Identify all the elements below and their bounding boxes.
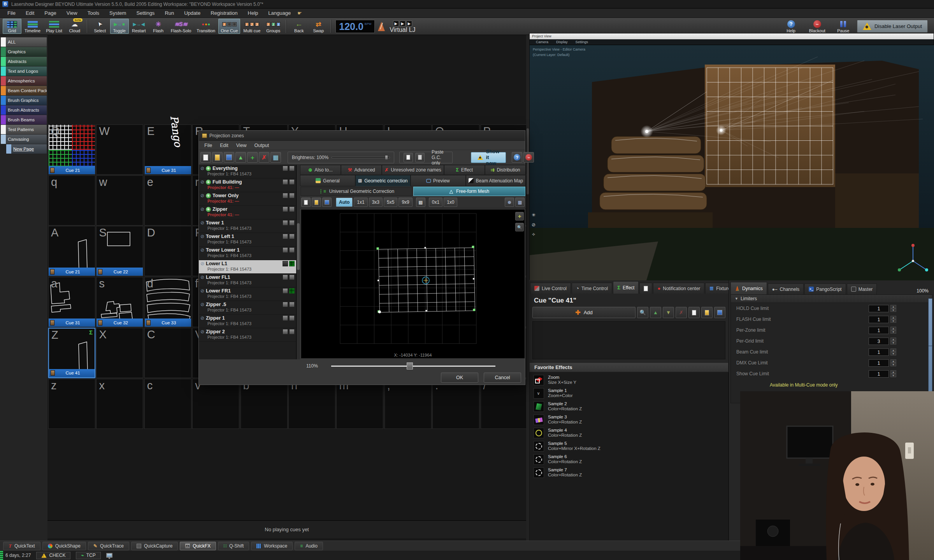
menu-view[interactable]: View xyxy=(61,9,83,18)
toolbar-button-blackout[interactable]: –Blackout xyxy=(807,19,828,34)
search-icon[interactable]: 🔍 xyxy=(637,307,648,318)
menu-registration[interactable]: Registration xyxy=(205,9,242,18)
zone-checkbox[interactable] xyxy=(289,193,295,198)
favorite-effect-sample-7[interactable]: Sample 7Color+Rotation Z xyxy=(530,466,728,479)
zone-item-tower-only[interactable]: ⊘+Tower OnlyProjector 41: — xyxy=(199,192,296,206)
favorite-effect-zoom[interactable]: ZoomSize X+Size Y xyxy=(530,373,728,387)
projector-icon[interactable]: ▲ xyxy=(235,152,246,163)
mesh-button-1x0[interactable]: 1x0 xyxy=(444,198,457,207)
cue-cell-n-5-5[interactable]: n xyxy=(288,379,335,429)
zone-list-scrollbar[interactable] xyxy=(297,165,300,359)
sidebar-item-test-patterns[interactable]: Test Patterns xyxy=(1,125,47,134)
cue-cell-s-3-1[interactable]: sCue 32 xyxy=(96,277,143,327)
quickbar-tab-audio[interactable]: ≡Audio xyxy=(295,542,323,550)
brightness-slider[interactable] xyxy=(332,157,390,158)
limiter-spinner-arrows[interactable]: ▲▼ xyxy=(890,316,896,323)
disable-laser-output-button[interactable]: ✱ Disable Laser Output xyxy=(857,20,928,33)
toolbar-button-multi-cue[interactable]: 123Multi cue xyxy=(241,19,263,34)
save-icon[interactable] xyxy=(224,152,234,163)
save-icon[interactable] xyxy=(322,198,332,207)
menu-language[interactable]: Language xyxy=(263,9,296,18)
toolbar-button-flash[interactable]: ✳Flash xyxy=(149,19,168,34)
cue-cell-d-2-2[interactable]: D xyxy=(144,226,191,276)
anchor-points-icon[interactable]: ✛ xyxy=(515,212,524,220)
mesh-grid[interactable] xyxy=(301,210,525,349)
cue-cell-b-5-4[interactable]: b xyxy=(241,379,288,429)
zone-item-zipper[interactable]: ⊘+ZipperProjector 41: — xyxy=(199,206,296,219)
cue-cell--5-7[interactable]: , xyxy=(384,379,432,429)
zone-checkbox[interactable] xyxy=(289,275,295,280)
toolbar-button-swap[interactable]: ⇄Swap xyxy=(309,19,328,34)
toolbar-button-transition[interactable]: ●●●Transition xyxy=(194,19,218,34)
zone-item-zipper-5[interactable]: ⊘Zipper .5Projector 1: FB4 15473 xyxy=(199,301,296,315)
zone-grid-settings-icon[interactable]: ▦ xyxy=(270,152,281,163)
move-up-icon[interactable]: ▲ xyxy=(650,307,661,318)
toolbar-button-select[interactable]: ➤Select xyxy=(91,19,109,34)
menu-update[interactable]: Update xyxy=(179,9,205,18)
cue-cell-x-4-1[interactable]: X xyxy=(96,328,143,378)
tab-geometric-correction[interactable]: ⊞Geometric correction xyxy=(355,175,411,186)
preview-menu-camera[interactable]: Camera xyxy=(533,39,551,45)
sidebar-item-atmospherics[interactable]: Atmospherics xyxy=(1,76,47,86)
zone-checkbox[interactable] xyxy=(283,288,288,294)
zone-checkbox[interactable] xyxy=(283,261,288,266)
dialog-blackout-icon[interactable]: – xyxy=(523,152,534,163)
menu-file[interactable]: File xyxy=(2,9,21,18)
zone-item-lower-fl1[interactable]: ⊘Lower FL1Projector 1: FB4 15473 xyxy=(199,274,296,287)
favorite-effect-sample-5[interactable]: Sample 5Color+Mirror X+Rotation Z xyxy=(530,439,728,453)
monitor-icon[interactable] xyxy=(106,553,112,558)
preview-titlebar[interactable]: Project View xyxy=(530,33,934,39)
zone-item-everything[interactable]: ⊘+EverythingProjector 1: FB4 15473 xyxy=(199,165,296,178)
tab-general[interactable]: General xyxy=(300,175,355,186)
zone-checkbox[interactable] xyxy=(289,315,295,321)
favorite-effect-sample-4[interactable]: Sample 4Color+Rotation Z xyxy=(530,426,728,439)
quickbar-tab-workspace[interactable]: Workspace xyxy=(251,542,293,550)
paste-gc-only-button[interactable]: Paste G.C. only xyxy=(427,149,448,166)
menu-settings[interactable]: Settings xyxy=(131,9,160,18)
dynamics-tab-pangoscript[interactable]: >_PangoScript xyxy=(804,284,846,294)
subtab-free-form-mesh[interactable]: △Free-form Mesh xyxy=(413,187,525,196)
toolbar-button-pause[interactable]: Pause xyxy=(834,19,853,34)
zone-checkbox[interactable] xyxy=(283,302,288,307)
sidebar-item-brush-abstracts[interactable]: Brush Abstracts xyxy=(1,105,47,115)
limiter-value-input[interactable]: 1 xyxy=(869,370,889,378)
delete-zone-icon[interactable]: ✗ xyxy=(259,152,269,163)
zone-checkbox[interactable] xyxy=(283,275,288,280)
menu-system[interactable]: System xyxy=(104,9,131,18)
paste-icon[interactable] xyxy=(415,153,425,162)
toolbar-button-timeline[interactable]: Timeline xyxy=(22,19,43,34)
subtab-universal-geometric-correction[interactable]: ⋮≡Universal Geometric Correction xyxy=(300,187,413,196)
quickbar-tab-quicktext[interactable]: TQuickText xyxy=(3,542,40,550)
limiter-value-input[interactable]: 1 xyxy=(869,305,889,312)
zone-checkbox[interactable] xyxy=(283,193,288,198)
sidebar-item-all[interactable]: ALL xyxy=(1,37,47,47)
cancel-button[interactable]: Cancel xyxy=(484,373,521,383)
preview-3d-scene[interactable] xyxy=(530,45,934,280)
cue-cell-e-1-2[interactable]: e xyxy=(144,175,191,226)
cue-effect-list-empty[interactable] xyxy=(532,321,725,359)
zone-checkbox[interactable] xyxy=(283,234,288,239)
show-it-now-button[interactable]: ✱ Show it now xyxy=(471,152,506,163)
add-effect-button[interactable]: ✚Add xyxy=(532,307,636,318)
menu-edit[interactable]: Edit xyxy=(21,9,39,18)
cue-cell-v-5-3[interactable]: v xyxy=(192,379,239,429)
cue-cell-a-3-0[interactable]: aCue 31 xyxy=(48,277,95,327)
cue-cell-c-4-2[interactable]: C xyxy=(144,328,191,378)
zone-checkbox[interactable] xyxy=(289,220,295,226)
toolbar-button-grid[interactable]: Grid xyxy=(3,19,21,34)
cue-cell--5-9[interactable]: / xyxy=(481,379,526,429)
effect-tab-effect[interactable]: ΣEffect xyxy=(613,281,639,294)
delete-effect-icon[interactable]: ✗ xyxy=(676,307,687,318)
limiter-spinner-arrows[interactable]: ▲▼ xyxy=(890,338,896,345)
tab-preview[interactable]: 🖵Preview xyxy=(411,175,466,186)
scale-mesh-icon[interactable]: ▨ xyxy=(416,198,425,207)
limiters-section-header[interactable]: ▼Limiters xyxy=(731,295,932,303)
cue-cell-m-5-6[interactable]: m xyxy=(336,379,383,429)
menu-tools[interactable]: Tools xyxy=(83,9,104,18)
disable-icon[interactable]: ⊘ xyxy=(532,222,535,228)
mesh-button-9x9[interactable]: 9x9 xyxy=(399,198,412,207)
cue-cell-w-1-1[interactable]: w xyxy=(96,175,143,226)
preview-menu-settings[interactable]: Settings xyxy=(572,39,592,45)
limiter-spinner-arrows[interactable]: ▲▼ xyxy=(890,370,896,377)
zone-checkbox[interactable] xyxy=(289,206,295,212)
